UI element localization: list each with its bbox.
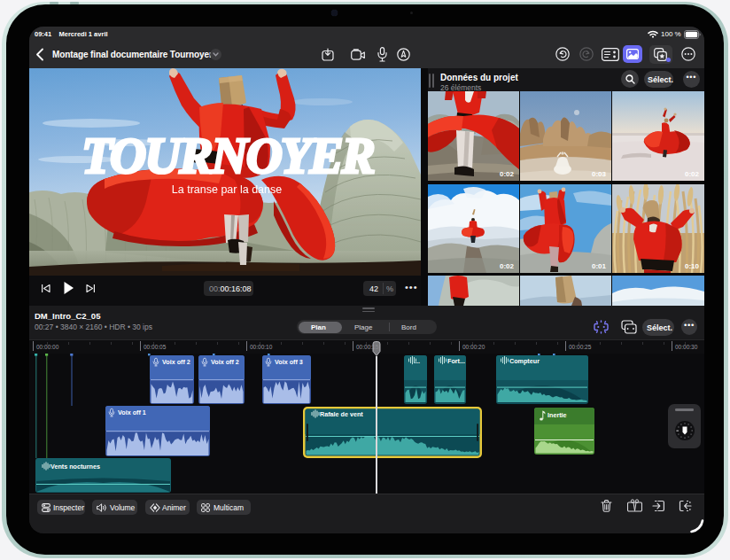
svg-text:Fort...: Fort...	[447, 357, 465, 365]
svg-text:Voix off 2: Voix off 2	[211, 358, 239, 366]
svg-text:0:03: 0:03	[592, 170, 607, 178]
svg-text:0:02: 0:02	[500, 170, 515, 178]
svg-text:00:00:30: 00:00:30	[675, 344, 698, 350]
svg-text:0:02: 0:02	[685, 170, 700, 178]
svg-text:La transe par la danse: La transe par la danse	[172, 183, 282, 196]
svg-text:00:00:10: 00:00:10	[250, 344, 273, 350]
svg-text:00:00:25: 00:00:25	[569, 344, 592, 350]
svg-text:00:00:05: 00:00:05	[144, 344, 167, 350]
svg-text:...: ...	[415, 357, 420, 365]
svg-text:Inertie: Inertie	[548, 411, 567, 419]
svg-text:Voix off 1: Voix off 1	[118, 408, 146, 416]
svg-text:00:00:20: 00:00:20	[462, 344, 485, 350]
svg-text:0:10: 0:10	[685, 262, 700, 270]
svg-text:0:01: 0:01	[592, 262, 607, 270]
svg-text:Voix off 2: Voix off 2	[162, 358, 190, 366]
svg-text:0:02: 0:02	[500, 262, 515, 270]
svg-text:Vents nocturnes: Vents nocturnes	[50, 463, 100, 471]
svg-text:Rafale de vent: Rafale de vent	[320, 410, 363, 418]
svg-text:Compteur: Compteur	[509, 357, 540, 365]
svg-text:TOURNOYER: TOURNOYER	[82, 128, 373, 183]
svg-text:Voix off 3: Voix off 3	[275, 358, 303, 366]
